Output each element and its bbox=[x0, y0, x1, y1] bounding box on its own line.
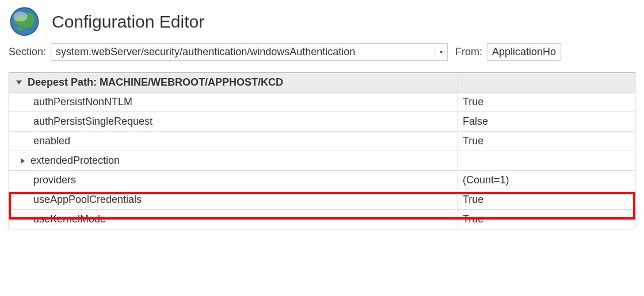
prop-name: useAppPoolCredentials bbox=[9, 190, 458, 209]
from-label: From: bbox=[455, 46, 482, 58]
grid-row[interactable]: extendedProtection bbox=[9, 151, 635, 171]
collapse-triangle-icon[interactable] bbox=[16, 80, 22, 84]
prop-value[interactable]: True bbox=[458, 132, 635, 151]
prop-name: authPersistSingleRequest bbox=[9, 112, 458, 131]
prop-value[interactable]: True bbox=[458, 93, 635, 112]
prop-name: providers bbox=[9, 171, 458, 190]
prop-value[interactable]: True bbox=[458, 210, 635, 229]
grid-row[interactable]: useAppPoolCredentials True bbox=[9, 190, 635, 210]
prop-value[interactable]: False bbox=[458, 112, 635, 131]
grid-header-row[interactable]: Deepest Path: MACHINE/WEBROOT/APPHOST/KC… bbox=[9, 73, 635, 93]
prop-name: useKernelMode bbox=[9, 210, 458, 229]
grid-row[interactable]: enabled True bbox=[9, 132, 635, 151]
property-grid: Deepest Path: MACHINE/WEBROOT/APPHOST/KC… bbox=[9, 72, 635, 229]
chevron-down-icon[interactable]: ▾ bbox=[435, 49, 443, 55]
expand-triangle-icon[interactable] bbox=[21, 158, 25, 164]
grid-row[interactable]: authPersistNonNTLM True bbox=[9, 93, 635, 112]
grid-row[interactable]: authPersistSingleRequest False bbox=[9, 112, 635, 132]
deepest-path-label: Deepest Path: MACHINE/WEBROOT/APPHOST/KC… bbox=[28, 76, 283, 89]
prop-value[interactable] bbox=[458, 151, 635, 170]
grid-row[interactable]: providers (Count=1) bbox=[9, 171, 635, 190]
prop-value[interactable]: (Count=1) bbox=[458, 171, 635, 190]
from-dropdown[interactable]: ApplicationHo bbox=[487, 43, 561, 61]
from-value: ApplicationHo bbox=[492, 46, 556, 57]
prop-value[interactable]: True bbox=[458, 190, 635, 209]
prop-name: enabled bbox=[9, 132, 458, 151]
header: Configuration Editor bbox=[0, 0, 644, 40]
section-value: system.webServer/security/authentication… bbox=[56, 46, 355, 58]
prop-name-expandable: extendedProtection bbox=[9, 151, 458, 170]
section-label: Section: bbox=[9, 46, 46, 58]
page-title: Configuration Editor bbox=[52, 12, 204, 32]
globe-icon bbox=[9, 6, 40, 37]
section-dropdown[interactable]: system.webServer/security/authentication… bbox=[51, 43, 448, 61]
prop-name: authPersistNonNTLM bbox=[9, 93, 458, 112]
section-row: Section: system.webServer/security/authe… bbox=[0, 40, 644, 70]
grid-row[interactable]: useKernelMode True bbox=[9, 210, 635, 229]
svg-point-1 bbox=[14, 11, 28, 21]
